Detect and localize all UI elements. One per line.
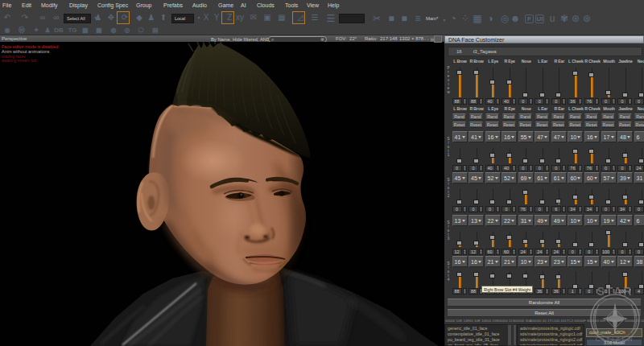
svg-text:STAR: STAR bbox=[597, 285, 633, 298]
svg-text:CITIZEN: CITIZEN bbox=[596, 336, 635, 343]
